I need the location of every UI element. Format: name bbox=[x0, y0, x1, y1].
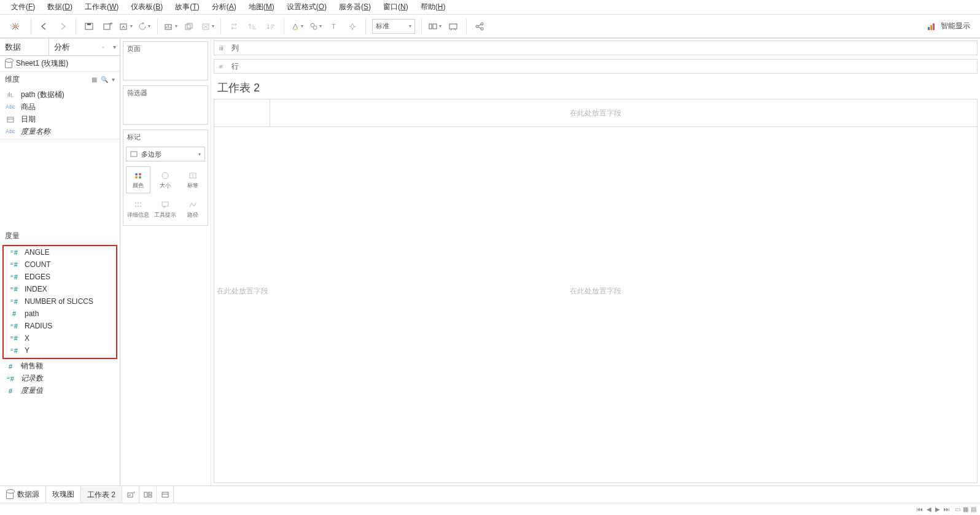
back-button[interactable] bbox=[35, 18, 53, 35]
marks-size[interactable]: 大小 bbox=[153, 166, 177, 193]
measure-field[interactable]: =#记录数 bbox=[0, 373, 120, 385]
menu-format[interactable]: 设置格式(O) bbox=[281, 0, 333, 14]
dimension-field[interactable]: Abc度量名称 bbox=[0, 125, 120, 137]
mark-type-select[interactable]: 多边形▾ bbox=[126, 147, 205, 161]
marks-label[interactable]: T标签 bbox=[181, 166, 205, 193]
dimension-field[interactable]: Abc商品 bbox=[0, 101, 120, 113]
menu-story[interactable]: 故事(T) bbox=[169, 0, 205, 14]
svg-rect-39 bbox=[131, 152, 137, 157]
svg-rect-59 bbox=[149, 492, 152, 494]
show-me-button[interactable]: 智能显示 bbox=[921, 21, 976, 31]
marks-card: 标记 多边形▾ 颜色 大小 T标签 详细信息 工具提示 路径 bbox=[123, 130, 208, 226]
dimension-field[interactable]: ılı.path (数据桶) bbox=[0, 88, 120, 101]
drop-hint-top: 在此处放置字段 bbox=[570, 108, 621, 118]
sort-asc-button[interactable] bbox=[243, 18, 262, 35]
menu-analysis[interactable]: 分析(A) bbox=[206, 0, 243, 14]
nav-prev-icon[interactable]: ◀ bbox=[927, 506, 931, 513]
forward-button[interactable] bbox=[53, 18, 72, 35]
show-cards-button[interactable]: ▾ bbox=[426, 18, 444, 35]
pages-shelf[interactable]: 页面 bbox=[123, 41, 208, 80]
new-worksheet-button[interactable]: ▾ bbox=[161, 18, 180, 35]
measure-field[interactable]: =#X bbox=[4, 332, 116, 344]
presentation-button[interactable] bbox=[444, 18, 462, 35]
measure-field[interactable]: =#NUMBER of SLICCS bbox=[4, 295, 116, 308]
datasource-icon bbox=[6, 490, 14, 499]
sort-desc-button[interactable] bbox=[262, 18, 280, 35]
menu-file[interactable]: 文件(F) bbox=[5, 0, 41, 14]
marks-path[interactable]: 路径 bbox=[181, 196, 205, 223]
new-story-tab[interactable] bbox=[157, 486, 174, 503]
columns-shelf[interactable]: iii列 bbox=[214, 41, 978, 55]
share-button[interactable] bbox=[470, 18, 489, 35]
new-worksheet-tab[interactable]: + bbox=[122, 486, 139, 503]
menu-map[interactable]: 地图(M) bbox=[243, 0, 281, 14]
dimensions-menu-icon[interactable]: ▾ bbox=[112, 76, 115, 83]
menu-worksheet[interactable]: 工作表(W) bbox=[79, 0, 125, 14]
swap-button[interactable] bbox=[225, 18, 243, 35]
svg-point-44 bbox=[162, 172, 168, 179]
nav-last-icon[interactable]: ⏭ bbox=[944, 506, 950, 513]
dimension-field[interactable]: 日期 bbox=[0, 113, 120, 125]
svg-rect-24 bbox=[429, 24, 432, 29]
filters-shelf[interactable]: 筛选器 bbox=[123, 85, 208, 125]
svg-rect-58 bbox=[144, 492, 147, 497]
nav-next-icon[interactable]: ▶ bbox=[935, 506, 940, 513]
refresh-button[interactable]: ▾ bbox=[135, 18, 154, 35]
sheet-tab-active[interactable]: 工作表 2 bbox=[81, 486, 122, 503]
new-datasource-button[interactable]: + bbox=[98, 18, 117, 35]
tab-analysis[interactable]: 分析 bbox=[49, 39, 98, 55]
worksheet-title[interactable]: 工作表 2 bbox=[211, 76, 980, 96]
group-button[interactable]: ▾ bbox=[306, 18, 325, 35]
polygon-icon bbox=[130, 151, 138, 157]
svg-rect-34 bbox=[928, 27, 930, 30]
fit-select[interactable]: 标准▾ bbox=[372, 19, 415, 34]
menu-server[interactable]: 服务器(S) bbox=[333, 0, 377, 14]
pane-menu-icon[interactable]: ◦ bbox=[98, 39, 109, 55]
menu-dashboard[interactable]: 仪表板(B) bbox=[125, 0, 169, 14]
rows-shelf[interactable]: ≡行 bbox=[214, 59, 978, 74]
measure-field[interactable]: =#COUNT bbox=[4, 258, 116, 271]
size-icon bbox=[160, 171, 171, 180]
tooltip-icon bbox=[160, 200, 171, 210]
calc-hash-icon: =# bbox=[9, 298, 20, 305]
autoupdate-button[interactable]: ▾ bbox=[117, 18, 135, 35]
search-icon[interactable]: 🔍 bbox=[101, 76, 108, 83]
save-button[interactable] bbox=[80, 18, 98, 35]
menu-help[interactable]: 帮助(H) bbox=[414, 0, 452, 14]
tab-datasource[interactable]: 数据源 bbox=[0, 486, 46, 503]
measure-field[interactable]: =#EDGES bbox=[4, 271, 116, 283]
calc-hash-icon: =# bbox=[9, 273, 20, 281]
measure-field[interactable]: =#Y bbox=[4, 344, 116, 357]
data-analysis-tabs: 数据 分析 ◦ ▾ bbox=[0, 39, 120, 56]
pane-dropdown-icon[interactable]: ▾ bbox=[109, 39, 120, 55]
nav-first-icon[interactable]: ⏮ bbox=[917, 506, 923, 513]
measure-field[interactable]: #path bbox=[4, 308, 116, 320]
tabs-view-icon[interactable]: ▭ bbox=[955, 506, 960, 513]
menu-window[interactable]: 窗口(N) bbox=[377, 0, 414, 14]
clear-button[interactable]: ▾ bbox=[198, 18, 217, 35]
measure-field[interactable]: =#ANGLE bbox=[4, 246, 116, 258]
menu-data[interactable]: 数据(D) bbox=[41, 0, 79, 14]
duplicate-button[interactable] bbox=[180, 18, 198, 35]
measure-field[interactable]: =#RADIUS bbox=[4, 320, 116, 332]
pin-button[interactable] bbox=[343, 18, 362, 35]
svg-line-4 bbox=[12, 27, 15, 29]
measure-field[interactable]: #度量值 bbox=[0, 385, 120, 397]
datasource-row[interactable]: Sheet1 (玫瑰图) bbox=[0, 56, 120, 72]
marks-detail[interactable]: 详细信息 bbox=[126, 196, 150, 223]
new-dashboard-tab[interactable] bbox=[139, 486, 157, 503]
visualization-area[interactable]: 在此处放置字段 在此处放置字段 在此处放置字段 bbox=[214, 99, 978, 483]
measure-field[interactable]: =#INDEX bbox=[4, 283, 116, 295]
text-button[interactable]: T bbox=[325, 18, 343, 35]
datasource-icon bbox=[5, 60, 12, 68]
filmstrip-view-icon[interactable]: ▦ bbox=[963, 506, 968, 513]
measure-field[interactable]: #销售额 bbox=[0, 360, 120, 373]
highlight-button[interactable]: ▾ bbox=[288, 18, 306, 35]
sorter-view-icon[interactable]: ▤ bbox=[971, 506, 976, 513]
sheet-tab[interactable]: 玫瑰图 bbox=[46, 486, 81, 503]
tableau-logo-icon[interactable] bbox=[9, 20, 22, 33]
view-grid-icon[interactable]: ▦ bbox=[91, 76, 97, 83]
tab-data[interactable]: 数据 bbox=[0, 39, 49, 55]
marks-color[interactable]: 颜色 bbox=[126, 166, 150, 193]
marks-tooltip[interactable]: 工具提示 bbox=[153, 196, 177, 223]
